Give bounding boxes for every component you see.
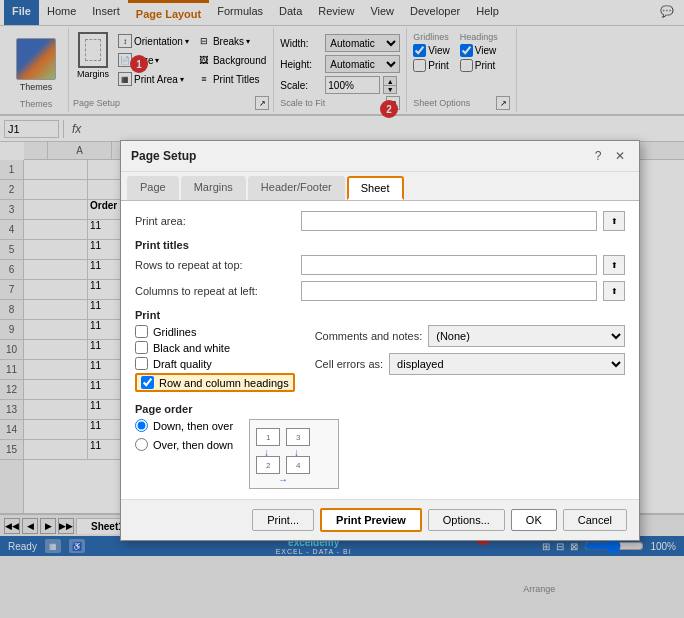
- print-area-label: Print area:: [135, 215, 295, 227]
- dialog-title-text: Page Setup: [131, 149, 196, 163]
- dialog-tab-margins[interactable]: Margins: [181, 176, 246, 200]
- dialog-tab-page[interactable]: Page: [127, 176, 179, 200]
- dialog-close-button[interactable]: ✕: [611, 147, 629, 165]
- cols-repeat-collapse-btn[interactable]: ⬆: [603, 281, 625, 301]
- rows-repeat-input[interactable]: [301, 255, 597, 275]
- row-col-headings-checkbox[interactable]: [141, 376, 154, 389]
- page-order-section: Page order Down, then over Over, then do…: [135, 403, 625, 489]
- cols-repeat-label: Columns to repeat at left:: [135, 285, 295, 297]
- over-then-down-label[interactable]: Over, then down: [153, 439, 233, 451]
- cell-errors-label: Cell errors as:: [315, 358, 383, 370]
- cols-repeat-row: Columns to repeat at left: ⬆: [135, 281, 625, 301]
- page-order-diagram: 1 3 2 4 ↓ → ↓: [249, 419, 339, 489]
- dialog-tab-sheet[interactable]: Sheet: [347, 176, 404, 200]
- comments-select[interactable]: (None): [428, 325, 625, 347]
- print-section-label: Print: [135, 309, 625, 321]
- dialog-controls: ? ✕: [589, 147, 629, 165]
- ok-button[interactable]: OK: [511, 509, 557, 531]
- print-button[interactable]: Print...: [252, 509, 314, 531]
- print-preview-button[interactable]: Print Preview: [320, 508, 422, 532]
- cols-repeat-input[interactable]: [301, 281, 597, 301]
- arrow-right-1: →: [278, 474, 288, 485]
- over-then-down-radio[interactable]: [135, 438, 148, 451]
- rows-repeat-label: Rows to repeat at top:: [135, 259, 295, 271]
- row-col-headings-row: Row and column headings: [135, 373, 295, 392]
- dialog-help-button[interactable]: ?: [589, 147, 607, 165]
- print-titles-section-label: Print titles: [135, 239, 625, 251]
- draft-quality-checkbox[interactable]: [135, 357, 148, 370]
- cell-errors-select[interactable]: displayed: [389, 353, 625, 375]
- down-then-over-row: Down, then over: [135, 419, 233, 432]
- options-button[interactable]: Options...: [428, 509, 505, 531]
- comments-label: Comments and notes:: [315, 330, 423, 342]
- print-area-row: Print area: ⬆: [135, 211, 625, 231]
- over-then-down-row: Over, then down: [135, 438, 233, 451]
- gridlines-print-dialog-checkbox[interactable]: [135, 325, 148, 338]
- draft-quality-label[interactable]: Draft quality: [153, 358, 212, 370]
- page-order-radios: Down, then over Over, then down: [135, 419, 233, 451]
- draft-quality-row: Draft quality: [135, 357, 295, 370]
- page-setup-dialog: Page Setup ? ✕ Page Margins Header/Foote…: [120, 140, 640, 541]
- gridlines-print-row: Gridlines: [135, 325, 295, 338]
- dialog-tab-header-footer[interactable]: Header/Footer: [248, 176, 345, 200]
- print-area-input[interactable]: [301, 211, 597, 231]
- dialog-footer: Print... Print Preview Options... OK Can…: [121, 499, 639, 540]
- black-white-label[interactable]: Black and white: [153, 342, 230, 354]
- print-area-collapse-btn[interactable]: ⬆: [603, 211, 625, 231]
- down-then-over-label[interactable]: Down, then over: [153, 420, 233, 432]
- page-order-label: Page order: [135, 403, 625, 415]
- black-white-row: Black and white: [135, 341, 295, 354]
- row-col-headings-label[interactable]: Row and column headings: [159, 377, 289, 389]
- rows-repeat-collapse-btn[interactable]: ⬆: [603, 255, 625, 275]
- arrow-down-2: ↓: [294, 447, 299, 458]
- arrow-down-1: ↓: [264, 447, 269, 458]
- comments-row: Comments and notes: (None): [315, 325, 625, 347]
- gridlines-print-dialog-label[interactable]: Gridlines: [153, 326, 196, 338]
- dialog-tabs-row: Page Margins Header/Footer Sheet: [121, 172, 639, 201]
- black-white-checkbox[interactable]: [135, 341, 148, 354]
- dialog-body: Print area: ⬆ Print titles Rows to repea…: [121, 201, 639, 499]
- cell-errors-row: Cell errors as: displayed: [315, 353, 625, 375]
- cancel-button[interactable]: Cancel: [563, 509, 627, 531]
- dialog-titlebar: Page Setup ? ✕: [121, 141, 639, 172]
- rows-repeat-row: Rows to repeat at top: ⬆: [135, 255, 625, 275]
- down-then-over-radio[interactable]: [135, 419, 148, 432]
